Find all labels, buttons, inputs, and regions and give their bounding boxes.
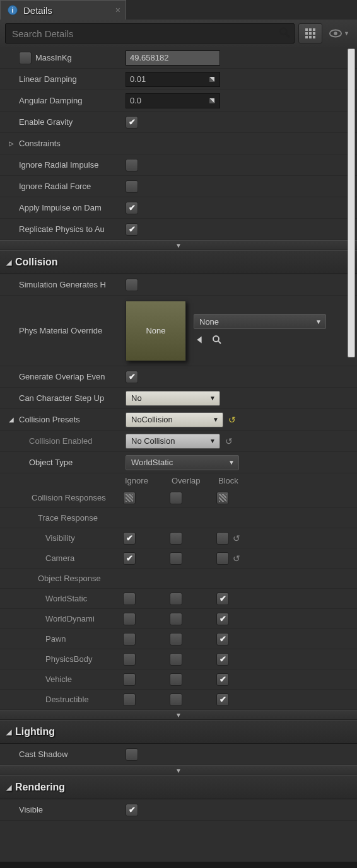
- all-ignore-checkbox[interactable]: [123, 492, 136, 504]
- overlap-checkbox[interactable]: [170, 552, 182, 565]
- constraints-label: Constraints: [19, 139, 61, 148]
- ignore-radial-impulse-checkbox[interactable]: [126, 159, 138, 171]
- collision-enabled-dropdown[interactable]: No Collision ▼: [126, 434, 220, 449]
- can-step-up-dropdown[interactable]: No ▼: [126, 391, 220, 406]
- angular-damping-label: Angular Damping: [0, 96, 123, 105]
- overlap-checkbox[interactable]: [170, 653, 182, 666]
- all-overlap-checkbox[interactable]: [170, 492, 182, 504]
- trace-response-label: Trace Response: [0, 513, 123, 523]
- response-row-worlddynami: WorldDynami: [0, 609, 357, 629]
- phys-mat-dropdown[interactable]: None ▼: [194, 314, 326, 329]
- overlap-checkbox[interactable]: [170, 673, 182, 686]
- spinner-icon: [208, 76, 216, 83]
- expand-icon: ▷: [9, 140, 14, 147]
- gen-overlap-label: Generate Overlap Even: [0, 372, 123, 381]
- search-input[interactable]: [5, 23, 295, 43]
- collision-responses-row: Collision Responses: [0, 488, 357, 508]
- object-type-label: Object Type: [0, 458, 123, 467]
- svg-point-15: [213, 336, 219, 342]
- close-icon[interactable]: ×: [115, 5, 120, 15]
- object-type-row: Object Type WorldStatic ▼: [0, 452, 357, 473]
- sim-gen-hits-label: Simulation Generates H: [0, 280, 123, 289]
- mass-in-kg-override-checkbox[interactable]: [19, 52, 32, 64]
- svg-line-3: [286, 34, 290, 37]
- svg-rect-9: [313, 32, 315, 35]
- reset-icon[interactable]: ↺: [233, 533, 240, 543]
- block-checkbox[interactable]: [216, 532, 229, 545]
- gen-overlap-checkbox[interactable]: [126, 371, 138, 383]
- ignore-checkbox[interactable]: [123, 653, 136, 666]
- overlap-checkbox[interactable]: [170, 593, 182, 605]
- collision-advanced-expand[interactable]: ▼: [0, 710, 357, 720]
- apply-impulse-checkbox[interactable]: [126, 202, 138, 214]
- svg-rect-5: [309, 28, 312, 31]
- response-row-pawn: Pawn: [0, 629, 357, 649]
- browse-icon[interactable]: [211, 334, 223, 347]
- details-tab[interactable]: i Details ×: [0, 0, 126, 20]
- response-row-vehicle: Vehicle: [0, 669, 357, 690]
- block-checkbox[interactable]: [216, 653, 229, 666]
- ignore-checkbox[interactable]: [123, 532, 136, 545]
- block-checkbox[interactable]: [216, 552, 229, 565]
- response-row-physicsbody: PhysicsBody: [0, 649, 357, 669]
- response-label: PhysicsBody: [0, 654, 123, 664]
- visible-checkbox[interactable]: [126, 804, 138, 816]
- collision-presets-row: ◢ Collision Presets NoCollision ▼ ↺: [0, 409, 357, 431]
- block-header: Block: [218, 476, 265, 485]
- chevron-down-icon: ▼: [209, 437, 216, 444]
- search-icon[interactable]: [278, 26, 291, 41]
- collision-enabled-row: Collision Enabled No Collision ▼ ↺: [0, 431, 357, 452]
- angular-damping-input[interactable]: 0.0: [126, 93, 220, 108]
- chevron-down-icon: ▼: [344, 30, 349, 37]
- ignore-checkbox[interactable]: [123, 633, 136, 645]
- physics-advanced-expand[interactable]: ▼: [0, 240, 357, 250]
- response-label: Visibility: [0, 533, 123, 543]
- use-selected-icon[interactable]: [194, 334, 205, 347]
- overlap-checkbox[interactable]: [170, 613, 182, 625]
- lighting-header[interactable]: ◢ Lighting: [0, 720, 357, 744]
- reset-icon[interactable]: ↺: [228, 415, 236, 425]
- replicate-physics-checkbox[interactable]: [126, 223, 138, 236]
- scrollbar-thumb[interactable]: [348, 49, 355, 357]
- ignore-checkbox[interactable]: [123, 613, 136, 625]
- ignore-checkbox[interactable]: [123, 673, 136, 686]
- rendering-header[interactable]: ◢ Rendering: [0, 775, 357, 799]
- ignore-checkbox[interactable]: [123, 552, 136, 565]
- sim-gen-hits-checkbox[interactable]: [126, 279, 138, 291]
- phys-mat-thumbnail[interactable]: None: [126, 301, 186, 361]
- mass-in-kg-input[interactable]: 49.658182: [126, 50, 220, 66]
- ignore-checkbox[interactable]: [123, 593, 136, 605]
- mass-in-kg-label: MassInKg: [35, 53, 72, 62]
- object-type-dropdown[interactable]: WorldStatic ▼: [126, 455, 239, 470]
- lighting-advanced-expand[interactable]: ▼: [0, 765, 357, 775]
- overlap-checkbox[interactable]: [170, 633, 182, 645]
- response-row-camera: Camera↺: [0, 548, 357, 569]
- ignore-radial-force-checkbox[interactable]: [126, 180, 138, 193]
- constraints-row[interactable]: ▷ Constraints: [0, 133, 357, 154]
- all-block-checkbox[interactable]: [216, 492, 229, 504]
- linear-damping-input[interactable]: 0.01: [126, 72, 220, 87]
- ignore-checkbox[interactable]: [123, 693, 136, 706]
- tab-bar: i Details ×: [0, 0, 357, 20]
- response-label: Pawn: [0, 634, 123, 644]
- collapse-icon: ◢: [9, 416, 14, 423]
- block-checkbox[interactable]: [216, 693, 229, 706]
- cast-shadow-checkbox[interactable]: [126, 748, 138, 761]
- collision-header[interactable]: ◢ Collision: [0, 250, 357, 274]
- block-checkbox[interactable]: [216, 613, 229, 625]
- property-matrix-button[interactable]: [298, 23, 322, 43]
- reset-icon[interactable]: ↺: [233, 553, 240, 564]
- details-panel: MassInKg 49.658182 Linear Damping 0.01 A…: [0, 47, 357, 862]
- block-checkbox[interactable]: [216, 673, 229, 686]
- block-checkbox[interactable]: [216, 593, 229, 605]
- mass-in-kg-row: MassInKg 49.658182: [0, 47, 357, 69]
- overlap-checkbox[interactable]: [170, 693, 182, 706]
- reset-icon[interactable]: ↺: [225, 436, 233, 446]
- collision-enabled-label: Collision Enabled: [0, 436, 123, 446]
- view-options-button[interactable]: ▼: [326, 28, 352, 38]
- enable-gravity-checkbox[interactable]: [126, 116, 138, 129]
- block-checkbox[interactable]: [216, 633, 229, 645]
- collision-presets-dropdown[interactable]: NoCollision ▼: [126, 412, 223, 427]
- overlap-checkbox[interactable]: [170, 532, 182, 545]
- cast-shadow-label: Cast Shadow: [0, 749, 123, 759]
